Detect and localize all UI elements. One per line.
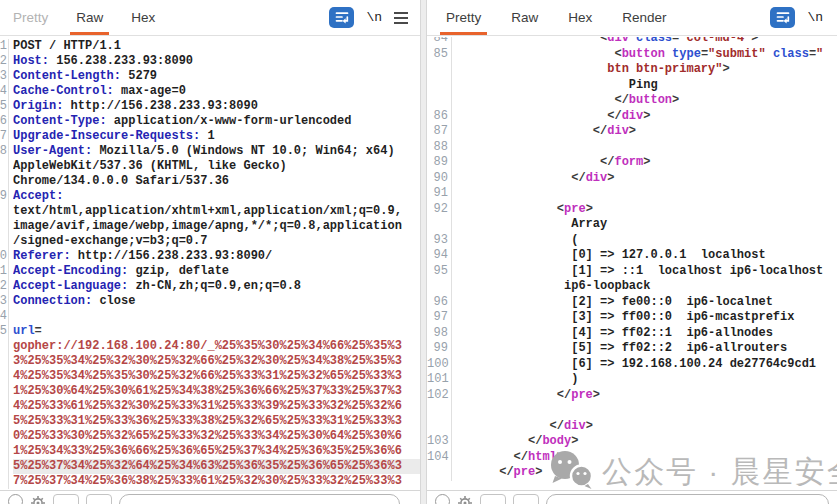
line-number: 93 — [427, 233, 452, 249]
tab-hex[interactable]: Hex — [124, 0, 162, 35]
line-number: 89 — [427, 155, 452, 171]
line-number — [427, 78, 452, 94]
code-line: 94 [0] => 127.0.0.1 localhost — [427, 248, 837, 264]
code-line: 2Host: 156.238.233.93:8090 — [0, 54, 420, 69]
line-number: 1 — [0, 39, 9, 54]
code-line: 96 [2] => fe00::0 ip6-localnet — [427, 295, 837, 311]
search-next-button[interactable] — [513, 494, 539, 504]
line-number: 92 — [427, 202, 452, 218]
response-tab-bar: PrettyRawHexRender \n — [427, 0, 837, 36]
tab-raw[interactable]: Raw — [504, 0, 545, 35]
search-settings-gear-icon[interactable] — [457, 495, 473, 504]
line-number: 90 — [427, 171, 452, 187]
code-line: 4Cache-Control: max-age=0 — [0, 84, 420, 99]
code-line: 9Accept: — [0, 189, 420, 204]
response-search-input[interactable] — [546, 494, 829, 504]
code-line: 8User-Agent: Mozilla/5.0 (Windows NT 10.… — [0, 144, 420, 159]
hamburger-menu-icon[interactable] — [394, 12, 408, 24]
code-line: 5Origin: http://156.238.233.93:8090 — [0, 99, 420, 114]
code-line: 91 — [427, 186, 837, 202]
line-number — [427, 93, 452, 109]
code-line — [427, 403, 837, 419]
tab-raw[interactable]: Raw — [69, 0, 110, 35]
response-viewer[interactable]: 84 <div class="col-md-4">85 <button type… — [427, 37, 837, 490]
code-line: 5%25%33%31%25%33%36%25%33%38%25%32%65%25… — [0, 414, 420, 429]
request-search-input[interactable] — [119, 494, 400, 504]
code-line: 87 </div> — [427, 124, 837, 140]
code-line: 86 </div> — [427, 109, 837, 125]
line-number — [0, 429, 9, 444]
code-line: 92 <pre> — [427, 202, 837, 218]
line-number: 95 — [427, 264, 452, 280]
code-line: 11Accept-Encoding: gzip, deflate — [0, 264, 420, 279]
code-line: btn btn-primary"> — [427, 62, 837, 78]
code-line: 100 [6] => 192.168.100.24 de27764c9cd1 — [427, 357, 837, 373]
search-prev-button[interactable] — [53, 494, 79, 504]
line-number: 104 — [427, 450, 452, 466]
line-number: 103 — [427, 434, 452, 450]
prettify-icon[interactable] — [770, 7, 795, 28]
code-line: 4%25%33%61%25%32%30%25%33%31%25%33%39%25… — [0, 399, 420, 414]
newline-toggle-icon[interactable]: \n — [807, 10, 823, 25]
tab-render[interactable]: Render — [615, 0, 673, 35]
code-line: 10Referer: http://156.238.233.93:8090/ — [0, 249, 420, 264]
prettify-icon[interactable] — [329, 7, 354, 28]
line-number: 12 — [0, 279, 9, 294]
line-number — [427, 465, 452, 481]
code-line: 0%25%33%30%25%32%65%25%33%32%25%33%34%25… — [0, 429, 420, 444]
line-number: 98 — [427, 326, 452, 342]
line-number: 11 — [0, 264, 9, 279]
line-number — [0, 384, 9, 399]
tab-hex[interactable]: Hex — [561, 0, 599, 35]
code-line: 7%25%37%34%25%36%38%25%33%61%25%32%30%25… — [0, 474, 420, 489]
line-number: 88 — [427, 140, 452, 156]
line-number: 8 — [0, 144, 9, 159]
request-editor[interactable]: 1POST / HTTP/1.12Host: 156.238.233.93:80… — [0, 37, 420, 490]
line-number: 2 — [0, 54, 9, 69]
code-line: ip6-loopback — [427, 279, 837, 295]
line-number: 4 — [0, 84, 9, 99]
search-indicator-icon — [435, 494, 450, 504]
code-line: 85 <button type="submit" class=" — [427, 47, 837, 63]
code-line: 90 </div> — [427, 171, 837, 187]
code-line: 98 [4] => ff02::1 ip6-allnodes — [427, 326, 837, 342]
request-pane: PrettyRawHex \n 1POST / HTTP/1.12Host: 1… — [0, 0, 420, 504]
line-number: 101 — [427, 372, 452, 388]
search-prev-button[interactable] — [480, 494, 506, 504]
tab-pretty[interactable]: Pretty — [439, 0, 488, 35]
code-line: 3%25%35%34%25%32%30%25%32%66%25%32%30%25… — [0, 354, 420, 369]
line-number — [0, 174, 9, 189]
code-line: 104 </html> — [427, 450, 837, 466]
code-line: Array — [427, 217, 837, 233]
code-line: 101 ) — [427, 372, 837, 388]
code-line: image/avif,image/webp,image/apng,*/*;q=0… — [0, 219, 420, 234]
code-line: </button> — [427, 93, 837, 109]
search-indicator-icon — [8, 494, 23, 504]
code-line: 99 [5] => ff02::2 ip6-allrouters — [427, 341, 837, 357]
search-next-button[interactable] — [86, 494, 112, 504]
request-tabstrip: PrettyRawHex — [0, 0, 162, 35]
request-search-bar — [0, 490, 420, 504]
code-line: 4%25%35%34%25%35%30%25%32%66%25%33%31%25… — [0, 369, 420, 384]
line-number: 3 — [0, 69, 9, 84]
response-search-bar — [427, 490, 837, 504]
search-settings-gear-icon[interactable] — [30, 495, 46, 504]
line-number — [0, 474, 9, 489]
code-line: Chrome/134.0.0.0 Safari/537.36 — [0, 174, 420, 189]
line-number — [0, 444, 9, 459]
line-number — [0, 204, 9, 219]
newline-toggle-icon[interactable]: \n — [366, 10, 382, 25]
line-number: 97 — [427, 310, 452, 326]
code-line: text/html,application/xhtml+xml,applicat… — [0, 204, 420, 219]
line-number — [0, 354, 9, 369]
response-toolbar: \n — [770, 7, 837, 28]
line-number: 94 — [427, 248, 452, 264]
pane-splitter[interactable] — [420, 0, 427, 504]
code-line: /signed-exchange;v=b3;q=0.7 — [0, 234, 420, 249]
code-line: 13Connection: close — [0, 294, 420, 309]
code-line: 93 ( — [427, 233, 837, 249]
code-line: 7Upgrade-Insecure-Requests: 1 — [0, 129, 420, 144]
tab-pretty[interactable]: Pretty — [6, 0, 55, 35]
code-line: 84 <div class="col-md-4"> — [427, 37, 837, 47]
code-line: 102 </pre> — [427, 388, 837, 404]
